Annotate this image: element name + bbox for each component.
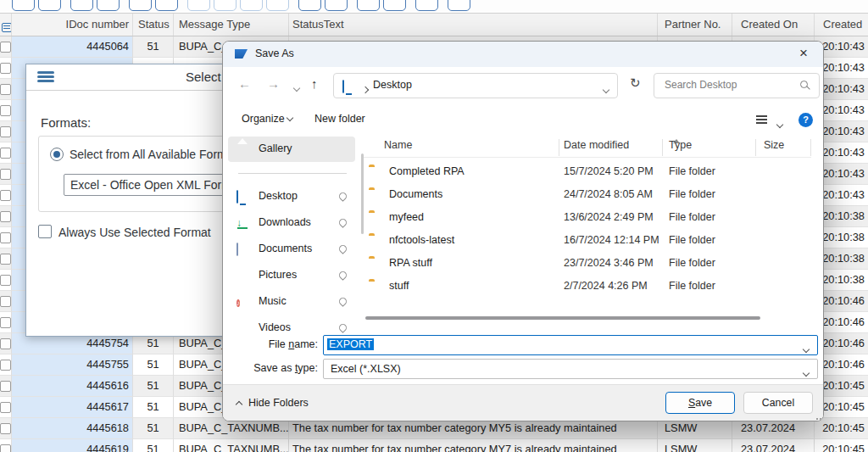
toolbar-button[interactable]	[187, 0, 210, 11]
idoc-number-cell[interactable]: 4445617	[12, 397, 133, 418]
sidebar-item-downloads[interactable]: ↓ Downloads	[228, 210, 355, 236]
toolbar-button[interactable]	[325, 0, 348, 11]
file-row[interactable]: RPA stuff23/7/2024 3:46 PMFile folder	[364, 252, 811, 275]
column-type[interactable]: Type	[669, 139, 692, 151]
save-button[interactable]: Save	[665, 392, 735, 414]
row-checkbox[interactable]	[0, 105, 11, 116]
row-checkbox[interactable]	[0, 169, 11, 180]
row-checkbox[interactable]	[0, 126, 11, 137]
sidebar-item-gallery[interactable]: Gallery	[228, 137, 355, 162]
toolbar-button[interactable]	[298, 0, 321, 11]
column-size[interactable]: Size	[764, 139, 784, 151]
file-row[interactable]: nfctools-latest16/7/2024 12:14 PMFile fo…	[364, 229, 811, 252]
column-header-idoc[interactable]: IDoc number	[12, 14, 133, 36]
idoc-number-cell[interactable]: 4445618	[12, 418, 133, 439]
close-icon[interactable]: ×	[789, 42, 818, 67]
savetype-value: Excel (*.XLSX)	[331, 363, 401, 375]
column-header-status[interactable]: Status	[133, 14, 174, 36]
view-dropdown-icon[interactable]	[777, 118, 782, 130]
new-folder-button[interactable]: New folder	[314, 113, 365, 125]
toolbar-button[interactable]	[415, 0, 438, 11]
filename-dropdown-icon[interactable]	[804, 343, 809, 354]
breadcrumb-desktop[interactable]: Desktop	[373, 79, 412, 91]
cancel-button[interactable]: Cancel	[743, 392, 813, 414]
hide-folders-button[interactable]: Hide Folders	[236, 397, 309, 409]
row-checkbox[interactable]	[0, 402, 11, 413]
file-row[interactable]: stuff2/7/2024 4:26 PMFile folder	[364, 275, 811, 298]
row-checkbox[interactable]	[0, 84, 11, 95]
select-all-cell[interactable]	[0, 14, 12, 36]
column-date-modified[interactable]: Date modified	[564, 139, 629, 151]
titlebar[interactable]: Save As ×	[223, 42, 823, 67]
toolbar-button[interactable]	[12, 0, 35, 11]
toolbar-button[interactable]	[38, 0, 61, 11]
toolbar-button[interactable]	[129, 0, 152, 11]
sidebar-item-videos[interactable]: Videos	[228, 315, 355, 333]
always-use-checkbox[interactable]	[38, 225, 52, 238]
sidebar-item-pictures[interactable]: Pictures	[228, 263, 355, 288]
filename-input[interactable]: EXPORT	[323, 335, 818, 355]
toolbar-button[interactable]	[97, 0, 120, 11]
row-checkbox[interactable]	[0, 148, 11, 159]
toolbar-button[interactable]	[70, 0, 93, 11]
column-header-created-on[interactable]: Created On	[732, 14, 815, 36]
organize-button[interactable]: Organize	[242, 113, 292, 125]
row-checkbox[interactable]	[0, 42, 11, 53]
sidebar-item-music[interactable]: ♪ Music	[228, 289, 355, 315]
help-icon[interactable]: ?	[798, 113, 813, 127]
row-checkbox[interactable]	[0, 211, 11, 222]
toolbar-button[interactable]	[240, 0, 263, 11]
forward-icon[interactable]: →	[267, 76, 280, 91]
toolbar-button[interactable]	[155, 0, 178, 11]
row-checkbox[interactable]	[0, 360, 11, 371]
toolbar-button[interactable]	[357, 0, 380, 11]
row-checkbox[interactable]	[0, 232, 11, 243]
sidebar-item-desktop[interactable]: Desktop	[228, 184, 355, 209]
savetype-dropdown-icon[interactable]	[804, 366, 809, 378]
horizontal-scrollbar[interactable]	[365, 316, 760, 320]
column-header-statustext[interactable]: StatusText	[289, 14, 658, 36]
idoc-number-cell[interactable]: 4445755	[12, 354, 133, 376]
row-checkbox[interactable]	[0, 381, 11, 392]
column-name[interactable]: Name	[384, 139, 412, 151]
savetype-select[interactable]: Excel (*.XLSX)	[323, 359, 818, 379]
row-checkbox[interactable]	[0, 254, 11, 265]
status-cell: 51	[133, 439, 174, 452]
file-row[interactable]: myfeed13/6/2024 2:49 PMFile folder	[364, 206, 811, 229]
file-row[interactable]: Documents24/7/2024 8:05 AMFile folder	[364, 183, 811, 206]
up-icon[interactable]: ↑	[311, 76, 318, 91]
recent-locations-icon[interactable]	[294, 79, 299, 93]
column-header-partner[interactable]: Partner No.	[658, 14, 732, 36]
row-checkbox[interactable]	[0, 275, 11, 286]
toolbar-button[interactable]	[383, 0, 406, 11]
row-checkbox[interactable]	[0, 317, 11, 328]
toolbar-button[interactable]	[266, 0, 289, 11]
row-checkbox[interactable]	[0, 63, 11, 74]
row-checkbox[interactable]	[0, 296, 11, 307]
address-bar[interactable]: Desktop	[333, 73, 618, 98]
refresh-icon[interactable]: ↻	[630, 75, 641, 91]
idoc-number-cell[interactable]: 4445616	[12, 376, 133, 397]
row-checkbox[interactable]	[0, 190, 11, 201]
sidebar-item-documents[interactable]: Documents	[228, 237, 355, 262]
row-checkbox[interactable]	[0, 444, 11, 452]
radio-all-formats[interactable]	[50, 148, 64, 161]
radio-all-formats-label: Select from All Available Form	[70, 148, 227, 161]
idoc-number-cell[interactable]: 4445619	[12, 439, 133, 452]
toolbar-button[interactable]	[214, 0, 236, 11]
view-options-icon[interactable]	[756, 115, 767, 126]
file-row[interactable]: Completed RPA15/7/2024 5:20 PMFile folde…	[364, 160, 811, 183]
row-checkbox[interactable]	[0, 423, 11, 434]
resize-grip[interactable]	[820, 418, 821, 420]
command-bar: Organize New folder ?	[223, 108, 823, 133]
back-icon[interactable]: ←	[238, 76, 251, 91]
toolbar-button[interactable]	[448, 0, 470, 11]
table-row[interactable]: 444561951BUPA_C_TAXNUMB...The tax number…	[0, 439, 868, 452]
column-header-created[interactable]: Created	[815, 14, 868, 36]
idoc-number-cell[interactable]: 4445064	[12, 36, 133, 58]
menu-icon[interactable]	[37, 71, 54, 83]
row-checkbox[interactable]	[0, 338, 11, 349]
address-dropdown-icon[interactable]	[604, 83, 609, 95]
column-header-message-type[interactable]: Message Type	[174, 14, 289, 36]
search-box[interactable]: Search Desktop	[654, 73, 820, 98]
